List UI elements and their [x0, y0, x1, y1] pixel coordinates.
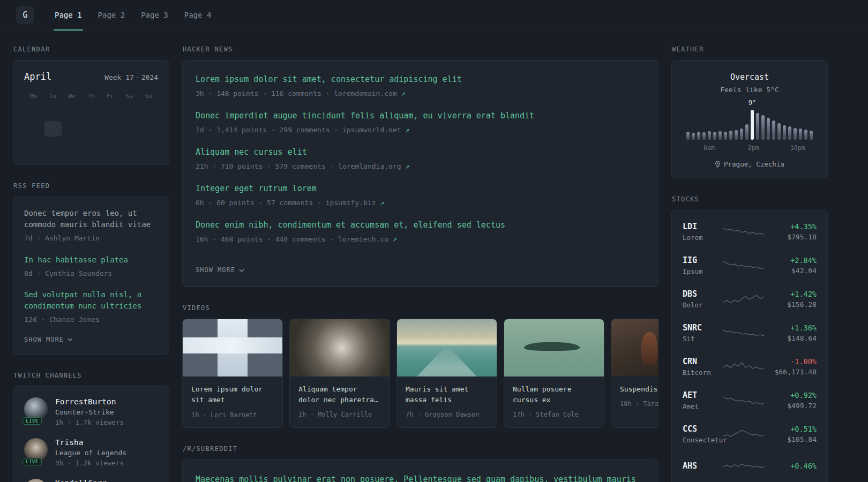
stock-change: +0.92% — [769, 391, 817, 400]
rss-item-link[interactable]: Sed volutpat nulla nisl, a condimentum n… — [24, 289, 158, 312]
video-card[interactable]: Aliquam tempor dolor nec pharetra… 1h · … — [289, 319, 390, 428]
video-title[interactable]: Nullam posuere cursus ex — [513, 384, 595, 405]
channel-game[interactable]: League of Legends — [55, 449, 126, 457]
calendar-day[interactable] — [120, 138, 138, 153]
hackernews-card: Lorem ipsum dolor sit amet, consectetur … — [182, 60, 659, 287]
calendar-day[interactable] — [139, 138, 158, 153]
rss-show-more-button[interactable]: SHOW MORE — [24, 336, 73, 343]
subreddit-post-link[interactable]: Maecenas mollis pulvinar erat non posuer… — [196, 473, 645, 482]
stock-row[interactable]: DBS Dolor +1.42% $156.28 — [683, 282, 817, 316]
calendar-day[interactable] — [101, 121, 119, 137]
calendar-day[interactable] — [120, 121, 138, 137]
channel-viewers: 1h · 1.7k viewers — [55, 418, 124, 426]
stock-id: CCS Consectetur — [683, 424, 719, 444]
page-tab[interactable]: Page 4 — [183, 0, 213, 30]
source-domain-link[interactable]: loremtech.co ↗ — [338, 235, 397, 243]
channel-name[interactable]: ForrestBurton — [55, 397, 124, 406]
page-tab[interactable]: Page 1 — [54, 0, 83, 30]
source-domain-link[interactable]: loremlandia.org ↗ — [338, 162, 409, 170]
calendar-day[interactable] — [25, 138, 43, 153]
source-domain-link[interactable]: ipsumify.biz ↗ — [326, 199, 385, 207]
page-tab-label: Page 3 — [141, 11, 168, 19]
hackernews-item-link[interactable]: Integer eget rutrum lorem — [196, 183, 645, 195]
twitch-channel-row[interactable]: LIVE Trisha League of Legends 3h · 1.2k … — [24, 438, 158, 467]
hackernews-item-link[interactable]: Donec imperdiet augue tincidunt felis al… — [196, 110, 645, 122]
stock-sparkline — [723, 325, 765, 341]
calendar-month: April — [24, 71, 51, 82]
video-meta: 17h · Stefan Cole — [513, 411, 595, 418]
stock-ticker: AET — [683, 390, 719, 400]
stock-row[interactable]: IIG Ipsum +2.84% $42.04 — [683, 248, 817, 282]
calendar-day[interactable] — [139, 104, 158, 120]
video-thumbnail[interactable] — [611, 319, 659, 376]
calendar-day[interactable] — [101, 104, 119, 120]
weather-bar — [697, 132, 700, 140]
calendar-day[interactable] — [63, 104, 81, 120]
hackernews-item-stats: 1d · 1,414 points · 299 comments · — [196, 126, 342, 134]
source-domain-link[interactable]: ipsumworld.net ↗ — [342, 126, 409, 134]
calendar-day[interactable] — [82, 104, 100, 120]
calendar-day[interactable] — [82, 138, 100, 153]
calendar-day[interactable] — [120, 104, 138, 120]
stock-row[interactable]: CCS Consectetur +0.51% $165.84 — [683, 417, 817, 451]
calendar-section-label: CALENDAR — [13, 46, 169, 53]
rss-widget: RSS FEED Donec tempor eros leo, ut commo… — [13, 182, 169, 355]
stock-price: $42.04 — [769, 267, 817, 275]
rss-item-link[interactable]: In hac habitasse platea — [24, 254, 158, 266]
stock-name: Amet — [683, 402, 719, 410]
calendar-day[interactable] — [25, 104, 43, 120]
rss-item-link[interactable]: Donec tempor eros leo, ut commodo mauris… — [24, 208, 158, 230]
app-logo[interactable]: G — [16, 6, 34, 24]
page-tab[interactable]: Page 2 — [97, 0, 126, 30]
channel-viewers: 3h · 1.2k viewers — [55, 459, 126, 467]
stock-row[interactable]: AHS +0.46% — [683, 451, 817, 481]
video-title[interactable]: Mauris sit amet massa felis — [406, 384, 488, 405]
calendar-day[interactable] — [44, 104, 62, 120]
hackernews-item-link[interactable]: Donec enim nibh, condimentum et accumsan… — [196, 219, 645, 231]
source-domain: loremtech.co — [338, 235, 388, 243]
calendar-widget: CALENDAR April Week 17·2024 Mo Tu We Th … — [13, 46, 169, 165]
calendar-day[interactable] — [44, 121, 62, 137]
twitch-channel-row[interactable]: LIVE KendallCarr — [24, 479, 158, 482]
stock-id: IIG Ipsum — [683, 255, 719, 275]
stock-row[interactable]: LDI Lorem +4.35% $795.18 — [683, 215, 817, 248]
rss-item-meta: 7d · Ashlyn Martin — [24, 233, 158, 244]
stock-ticker: DBS — [683, 289, 719, 299]
calendar-day[interactable] — [63, 138, 81, 153]
video-title[interactable]: Aliquam tempor dolor nec pharetra… — [298, 384, 381, 405]
channel-name[interactable]: Trisha — [55, 438, 126, 447]
hackernews-item-link[interactable]: Aliquam nec cursus elit — [196, 146, 645, 159]
source-domain-link[interactable]: loremdomain.com ↗ — [334, 89, 405, 97]
twitch-channel-row[interactable]: LIVE ForrestBurton Counter-Strike 1h · 1… — [24, 397, 158, 426]
channel-game[interactable]: Counter-Strike — [55, 408, 124, 416]
video-thumbnail[interactable] — [183, 319, 282, 376]
video-thumbnail[interactable] — [290, 319, 390, 376]
calendar-day[interactable] — [44, 138, 62, 153]
stock-row[interactable]: AET Amet +0.92% $499.72 — [683, 383, 817, 417]
channel-name[interactable]: KendallCarr — [55, 479, 107, 482]
external-link-icon: ↗ — [401, 89, 406, 97]
video-card[interactable]: Lorem ipsum dolor sit amet consectetu… 1… — [182, 319, 283, 428]
calendar-day[interactable] — [139, 121, 158, 137]
stock-row[interactable]: SNRC Sit +1.36% $148.64 — [683, 316, 817, 350]
video-card[interactable]: Nullam posuere cursus ex 17h · Stefan Co… — [504, 319, 604, 428]
video-meta: 18h · Tara — [620, 400, 659, 408]
stock-row[interactable]: CRN Bitcorn -1.00% $66,171.48 — [683, 350, 817, 383]
time-label: 2pm — [748, 144, 759, 152]
calendar-day[interactable] — [101, 138, 119, 153]
calendar-day[interactable] — [82, 121, 100, 137]
video-thumbnail[interactable] — [504, 319, 604, 376]
external-link-icon: ↗ — [380, 199, 384, 207]
calendar-day[interactable] — [63, 121, 81, 137]
hackernews-item-link[interactable]: Lorem ipsum dolor sit amet, consectetur … — [196, 73, 645, 86]
video-card[interactable]: Suspendisse diam 18h · Tara — [611, 319, 659, 428]
video-title[interactable]: Lorem ipsum dolor sit amet consectetu… — [191, 384, 274, 406]
video-card[interactable]: Mauris sit amet massa felis 7h · Grayson… — [396, 319, 497, 428]
hackernews-show-more-button[interactable]: SHOW MORE — [196, 266, 244, 274]
calendar-day[interactable] — [25, 121, 43, 137]
stock-ticker: AHS — [683, 461, 719, 471]
page-tab[interactable]: Page 3 — [140, 0, 169, 30]
video-title[interactable]: Suspendisse diam — [620, 384, 659, 395]
videos-section-label: VIDEOS — [183, 304, 659, 312]
video-thumbnail[interactable] — [397, 319, 497, 376]
